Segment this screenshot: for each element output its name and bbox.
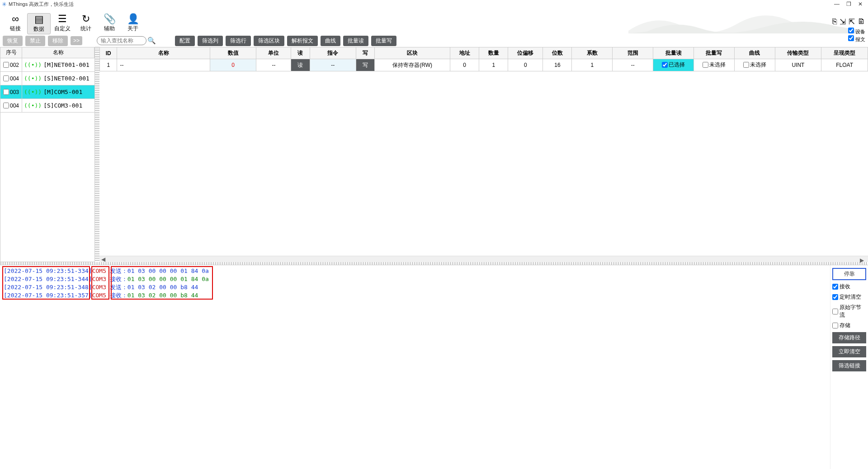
horizontal-scrollbar[interactable]: ◀ ▶ — [99, 256, 868, 262]
log-panel[interactable]: [2022-07-15 09:23:51-334]COM5 发送：01 03 0… — [0, 265, 830, 469]
cell-qty: 1 — [479, 59, 508, 71]
grid-col-header[interactable]: 单位 — [256, 47, 291, 59]
device-checkbox[interactable] — [3, 62, 9, 68]
header-action-icon-0[interactable]: ⎘ — [832, 17, 837, 27]
device-checkbox[interactable] — [3, 103, 9, 108]
header-tab-1[interactable]: ▤数据 — [27, 13, 51, 34]
header-tab-2[interactable]: ☰自定义 — [51, 13, 74, 34]
grid-col-header[interactable]: 位偏移 — [508, 47, 543, 59]
device-list-item[interactable]: 002((•))[M]NET001-001 — [0, 58, 94, 72]
toolbar-btn-4[interactable]: 解析报文 — [287, 36, 318, 46]
cell-value[interactable]: 0 — [210, 59, 256, 71]
check-recv[interactable]: 接收 — [832, 283, 866, 291]
search-icon[interactable]: 🔍 — [147, 37, 156, 45]
header-action-icon-2[interactable]: ⇱ — [849, 17, 855, 27]
window-close-button[interactable]: ✕ — [854, 1, 866, 7]
remove-button[interactable]: 移除 — [48, 36, 68, 46]
window-minimize-button[interactable]: — — [831, 1, 843, 7]
toolbar-btn-1[interactable]: 筛选列 — [198, 36, 223, 46]
check-device[interactable]: 设备 — [848, 28, 865, 35]
cell-batchread[interactable]: 已选择 — [653, 59, 694, 71]
data-grid[interactable]: ID名称数值单位读指令写区块地址数量位偏移位数系数范围批量读批量写曲线传输类型呈… — [99, 47, 868, 256]
read-button[interactable]: 读 — [291, 59, 310, 71]
toolbar-btn-0[interactable]: 配置 — [175, 36, 195, 46]
grid-col-header[interactable]: 读 — [291, 47, 310, 59]
grid-col-header[interactable]: 数值 — [210, 47, 256, 59]
tab-icon: 👤 — [121, 13, 145, 25]
grid-col-header[interactable]: 名称 — [117, 47, 210, 59]
toolbar-btn-5[interactable]: 曲线 — [321, 36, 340, 46]
write-button[interactable]: 写 — [356, 59, 375, 71]
device-checkbox[interactable] — [3, 89, 9, 95]
grid-col-header[interactable]: 位数 — [543, 47, 572, 59]
grid-col-header[interactable]: 写 — [356, 47, 375, 59]
grid-col-header[interactable]: 区块 — [375, 47, 450, 59]
grid-col-header[interactable]: 传输类型 — [775, 47, 821, 59]
device-seq: 004 — [10, 75, 19, 82]
check-autoclear[interactable]: 定时清空 — [832, 293, 866, 301]
device-list-item[interactable]: 004((•))[S]NET002-001 — [0, 72, 94, 85]
scroll-right-icon[interactable]: ▶ — [860, 257, 866, 262]
signal-icon: ((•)) — [24, 89, 42, 95]
check-message[interactable]: 报文 — [848, 35, 865, 43]
header-tab-5[interactable]: 👤关于 — [121, 13, 145, 34]
search-input[interactable] — [97, 36, 146, 45]
grid-col-header[interactable]: 批量读 — [653, 47, 694, 59]
tab-label: 链接 — [10, 25, 21, 32]
toolbar-btn-2[interactable]: 筛选行 — [226, 36, 251, 46]
tab-icon: 📎 — [98, 13, 121, 25]
decorative-mountain-icon — [628, 8, 863, 33]
dock-button[interactable]: 停靠 — [832, 268, 866, 280]
device-seq: 004 — [10, 103, 19, 109]
tab-icon: ☰ — [51, 13, 74, 25]
header-tab-4[interactable]: 📎辅助 — [98, 13, 121, 34]
toolbar-btn-3[interactable]: 筛选区块 — [254, 36, 284, 46]
header-action-icon-3[interactable]: 🗎 — [858, 17, 865, 27]
toolbar-btn-7[interactable]: 批量写 — [371, 36, 396, 46]
header-tab-3[interactable]: ↻统计 — [74, 13, 98, 34]
cell-bitoff: 0 — [508, 59, 543, 71]
vertical-splitter[interactable] — [95, 47, 99, 262]
tab-label: 统计 — [80, 25, 91, 32]
scroll-left-icon[interactable]: ◀ — [101, 256, 105, 263]
check-rawbytes[interactable]: 原始字节流 — [832, 304, 866, 319]
app-title: MThings 高效工作，快乐生活 — [9, 1, 74, 8]
grid-col-header[interactable]: 批量写 — [693, 47, 734, 59]
cell-transtype: UINT — [775, 59, 821, 71]
grid-col-header[interactable]: 数量 — [479, 47, 508, 59]
filter-link-button[interactable]: 筛选链接 — [832, 360, 866, 371]
window-maximize-button[interactable]: ❐ — [843, 1, 854, 7]
device-list-panel: 序号 名称 002((•))[M]NET001-001 004((•))[S]N… — [0, 47, 95, 262]
cell-curve[interactable]: 未选择 — [734, 59, 775, 71]
device-list-item[interactable]: 003((•))[M]COM5-001 — [0, 85, 94, 99]
tab-icon: ∞ — [4, 13, 27, 25]
clear-now-button[interactable]: 立即清空 — [832, 346, 866, 357]
grid-col-header[interactable]: 曲线 — [734, 47, 775, 59]
store-path-button[interactable]: 存储路径 — [832, 332, 866, 343]
cell-block: 保持寄存器(RW) — [375, 59, 450, 71]
signal-icon: ((•)) — [24, 75, 42, 82]
device-list-item[interactable]: 004((•))[S]COM3-001 — [0, 99, 94, 113]
device-checkbox[interactable] — [3, 75, 9, 81]
device-seq: 002 — [10, 62, 19, 68]
app-logo-icon: ✳ — [2, 1, 7, 8]
grid-col-header[interactable]: 指令 — [310, 47, 356, 59]
col-name-header: 名称 — [22, 47, 94, 58]
device-name: [M]COM5-001 — [43, 89, 82, 95]
toolbar-btn-6[interactable]: 批量读 — [343, 36, 368, 46]
header-tab-0[interactable]: ∞链接 — [4, 13, 27, 34]
forbid-button[interactable]: 禁止 — [25, 36, 45, 46]
cell-unit: -- — [256, 59, 291, 71]
grid-col-header[interactable]: 范围 — [613, 47, 653, 59]
go-button[interactable]: >> — [71, 36, 82, 45]
grid-col-header[interactable]: 呈现类型 — [821, 47, 868, 59]
device-name: [M]NET001-001 — [43, 61, 90, 68]
grid-col-header[interactable]: 地址 — [450, 47, 479, 59]
cell-batchwrite[interactable]: 未选择 — [693, 59, 734, 71]
restore-button[interactable]: 恢复 — [3, 36, 23, 46]
grid-col-header[interactable]: ID — [100, 47, 117, 59]
header-action-icon-1[interactable]: ⇲ — [840, 17, 846, 27]
grid-col-header[interactable]: 系数 — [572, 47, 613, 59]
cell-cmd[interactable]: -- — [310, 59, 356, 71]
check-store[interactable]: 存储 — [832, 322, 866, 329]
